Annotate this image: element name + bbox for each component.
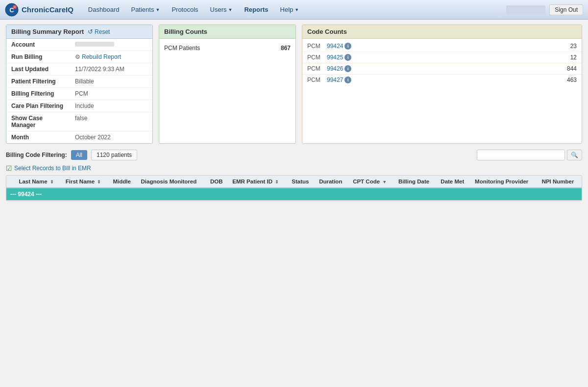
summary-table: Account Run Billing ⚙ Rebuild Report Las… [6,39,152,143]
code-count-row-99425: PCM 99425 i 12 [302,52,582,63]
info-icon-99424: i [344,43,351,50]
patients-dropdown-icon: ▼ [155,7,160,12]
code-link-99426[interactable]: 99426 i [327,65,361,72]
summary-row-show-case-manager: Show Case Manager false [6,112,152,131]
search-input[interactable] [477,150,565,160]
svg-text:+: + [14,5,16,9]
billing-counts-panel: Billing Counts PCM Patients 867 [159,25,296,144]
nav-dashboard[interactable]: Dashboard [83,4,124,15]
users-dropdown-icon: ▼ [228,7,233,12]
group-header-99424: --- 99424 --- [6,188,582,201]
summary-label-patient-filtering: Patient Filtering [6,76,70,88]
info-icon-99426: i [344,65,351,72]
sort-last-name-icon: ⇕ [50,180,54,184]
billing-counts-title: Billing Counts [164,28,207,35]
summary-value-patient-filtering: Billable [70,76,152,88]
col-header-last-name[interactable]: Last Name ⇕ [15,176,61,188]
code-link-99427[interactable]: 99427 i [327,77,361,83]
reset-icon: ↺ [88,28,93,35]
sort-cpt-code-icon: ▼ [382,180,387,184]
nav-patients[interactable]: Patients▼ [126,4,165,15]
brand-name: ChronicCareIQ [22,5,74,14]
brand: C + ChronicCareIQ [5,3,74,17]
col-header-billing-date: Billing Date [394,176,437,188]
sign-out-button[interactable]: Sign Out [549,4,583,15]
col-header-duration: Duration [315,176,349,188]
summary-label-account: Account [6,39,70,51]
summary-label-run-billing: Run Billing [6,51,70,63]
data-table-wrapper: Last Name ⇕ First Name ⇕ Middle Diagnosi… [6,175,582,201]
help-dropdown-icon: ▼ [294,7,299,12]
filter-count-button[interactable]: 1120 patients [91,150,137,160]
filter-all-button[interactable]: All [71,150,87,160]
billing-summary-header: Billing Summary Report ↺ Reset [6,25,152,39]
code-count-99426: 844 [567,65,577,72]
main-content: Billing Summary Report ↺ Reset Account R… [0,20,588,206]
billing-counts-body: PCM Patients 867 [159,39,295,57]
col-header-emr-id[interactable]: EMR Patient ID ⇕ [228,176,288,188]
filter-bar: Billing Code Filtering: All 1120 patient… [6,150,582,160]
search-button[interactable]: 🔍 [567,150,582,160]
code-counts-body: PCM 99424 i 23 PCM 99425 i 12 PC [302,39,582,87]
code-link-99424[interactable]: 99424 i [327,43,361,50]
summary-label-month: Month [6,131,70,144]
summary-value-account [70,39,152,51]
summary-value-show-case-manager: false [70,112,152,131]
top-section: Billing Summary Report ↺ Reset Account R… [6,25,582,144]
group-header-label: --- 99424 --- [6,188,582,201]
reset-button[interactable]: ↺ Reset [88,28,110,35]
summary-row-last-updated: Last Updated 11/7/2022 9:33 AM [6,63,152,76]
col-header-first-name[interactable]: First Name ⇕ [62,176,109,188]
table-header-row: Last Name ⇕ First Name ⇕ Middle Diagnosi… [6,176,582,188]
user-name-placeholder [506,5,545,14]
summary-label-billing-filtering: Billing Filtering [6,88,70,100]
billing-summary-title: Billing Summary Report [11,28,84,35]
summary-row-month: Month October 2022 [6,131,152,144]
summary-row-run-billing: Run Billing ⚙ Rebuild Report [6,51,152,63]
col-header-date-met: Date Met [437,176,471,188]
info-icon-99425: i [344,54,351,61]
rebuild-report-button[interactable]: ⚙ Rebuild Report [75,53,147,60]
nav-protocols[interactable]: Protocols [167,4,203,15]
code-link-99425[interactable]: 99425 i [327,54,361,61]
col-header-status: Status [288,176,315,188]
code-count-99427: 463 [567,77,577,83]
code-count-row-99424: PCM 99424 i 23 [302,41,582,52]
summary-value-billing-filtering: PCM [70,88,152,100]
filter-bar-label: Billing Code Filtering: [6,152,67,158]
summary-row-account: Account [6,39,152,51]
summary-label-last-updated: Last Updated [6,63,70,76]
summary-value-month: October 2022 [70,131,152,144]
nav-users[interactable]: Users▼ [205,4,238,15]
nav-help[interactable]: Help▼ [275,4,304,15]
code-counts-title: Code Counts [307,28,347,35]
billing-summary-panel: Billing Summary Report ↺ Reset Account R… [6,25,153,144]
col-header-monitoring-provider: Monitoring Provider [471,176,538,188]
select-records-icon: ☑ [6,164,12,172]
code-counts-panel: Code Counts PCM 99424 i 23 PCM 99425 i [302,25,582,144]
select-records-link[interactable]: Select Records to Bill in EMR [14,165,91,172]
nav-reports[interactable]: Reports [239,4,273,15]
code-type-99426: PCM [307,65,327,72]
code-type-99427: PCM [307,77,327,83]
navbar: C + ChronicCareIQ Dashboard Patients▼ Pr… [0,0,588,20]
code-count-row-99427: PCM 99427 i 463 [302,75,582,85]
code-type-99424: PCM [307,43,327,50]
code-count-99425: 12 [570,54,577,61]
col-header-expand [6,176,15,188]
data-table: Last Name ⇕ First Name ⇕ Middle Diagnosi… [6,176,582,201]
col-header-npi: NPI Number [538,176,582,188]
billing-count-label-pcm: PCM Patients [164,45,200,52]
code-type-99425: PCM [307,54,327,61]
col-header-cpt-code[interactable]: CPT Code ▼ [349,176,394,188]
summary-label-care-plan-filtering: Care Plan Filtering [6,100,70,112]
search-icon: 🔍 [571,152,578,158]
info-icon-99427: i [344,77,351,83]
summary-value-last-updated: 11/7/2022 9:33 AM [70,63,152,76]
billing-counts-header: Billing Counts [159,25,295,39]
col-header-middle: Middle [109,176,137,188]
billing-count-row-pcm: PCM Patients 867 [164,43,291,53]
nav-links: Dashboard Patients▼ Protocols Users▼ Rep… [83,4,506,15]
code-counts-header: Code Counts [302,25,582,39]
nav-right: Sign Out [506,4,583,15]
